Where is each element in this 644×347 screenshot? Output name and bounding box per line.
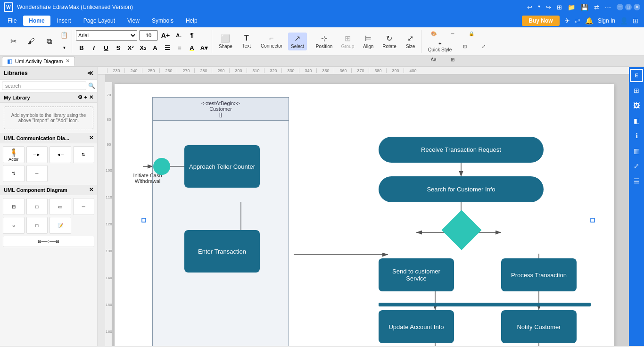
connector-tool-button[interactable]: ⌐ Connector — [258, 33, 285, 50]
lib-item-comp2[interactable]: □ — [26, 198, 48, 215]
tab-close-button[interactable]: ✕ — [66, 58, 70, 64]
lib-item-op5[interactable]: ─ — [26, 165, 48, 182]
font-grow-button[interactable]: A+ — [160, 30, 171, 41]
lib-item-comp3[interactable]: ▭ — [50, 198, 71, 215]
subscript-button[interactable]: X₂ — [137, 42, 149, 54]
size-button[interactable]: ⤢ Size — [402, 33, 419, 50]
lib-item-operation3[interactable]: ⇅ — [73, 146, 95, 163]
lib-item-comp1[interactable]: ⊟ — [3, 198, 25, 215]
close-button[interactable]: ✕ — [634, 4, 640, 10]
start-circle[interactable] — [153, 158, 170, 175]
font-shrink-button[interactable]: A- — [173, 30, 184, 41]
lib-item-operation2[interactable]: ◄─ — [50, 146, 71, 163]
new-tab-icon[interactable]: ⊞ — [557, 4, 562, 11]
bold-button[interactable]: B — [76, 42, 87, 54]
font-dropdown-button[interactable]: A▾ — [198, 42, 210, 54]
paste-button[interactable]: 📋 — [58, 30, 70, 41]
uml-comp-close-icon[interactable]: ✕ — [89, 187, 93, 193]
line-style-button[interactable]: ─ — [444, 30, 461, 38]
rp-info-button[interactable]: ℹ — [630, 129, 643, 142]
bell-icon[interactable]: 🔔 — [585, 17, 593, 25]
rp-gallery-button[interactable]: ▦ — [630, 144, 643, 157]
user-icon[interactable]: 👤 — [620, 17, 628, 25]
diagram-area[interactable]: <<testAtBegin>>Customer[] Initiate CashW… — [115, 84, 614, 346]
arrange2-button[interactable]: ⊞ — [444, 56, 461, 64]
menu-home[interactable]: Home — [23, 16, 50, 26]
titlebar-controls[interactable]: ↩ ▾ ↪ ⊞ 📁 💾 ⇄ ⋯ ─ □ ✕ — [527, 4, 640, 11]
apps-icon[interactable]: ⊞ — [633, 17, 638, 25]
my-library-close-icon[interactable]: ✕ — [89, 94, 93, 100]
tab-uml-activity[interactable]: ◧ Uml Activity Diagram ✕ — [2, 57, 75, 66]
undo-dropdown-icon[interactable]: ▾ — [538, 4, 540, 11]
shape-tool-button[interactable]: ⬜ Shape — [216, 33, 235, 50]
share-icon[interactable]: ⇄ — [575, 17, 580, 25]
lib-item-comp5[interactable]: ○ — [3, 217, 25, 234]
my-library-settings-icon[interactable]: ⚙ — [78, 94, 83, 100]
rp-grid-button[interactable]: ⊞ — [630, 84, 643, 97]
search-input[interactable] — [2, 82, 86, 90]
crop-button[interactable]: ⊡ — [456, 42, 473, 50]
rp-list-button[interactable]: ☰ — [630, 174, 643, 188]
notify-customer-node[interactable]: Notify Customer — [501, 310, 577, 343]
group-button[interactable]: ⊞ Group — [338, 33, 357, 50]
buy-now-button[interactable]: Buy Now — [522, 16, 559, 26]
search-customer-node[interactable]: Search for Customer Info — [379, 176, 544, 202]
more-icon[interactable]: ⋯ — [605, 4, 611, 11]
quick-style-button[interactable]: ✦ Quick Style — [425, 40, 455, 54]
sidebar-header-controls[interactable]: ≪ — [87, 70, 93, 76]
list-button[interactable]: ☰ — [162, 42, 173, 54]
lib-item-comp7[interactable]: 📝 — [50, 217, 71, 234]
lib-item-slider1[interactable]: ⊟──○──⊟ — [3, 236, 94, 247]
rp-expand-button[interactable]: ⤢ — [630, 159, 643, 173]
rp-layers-button[interactable]: ◧ — [630, 114, 643, 127]
send-customer-service-node[interactable]: Send to customer Service — [379, 258, 454, 291]
highlight-button[interactable]: A — [186, 42, 198, 54]
enter-transaction-node[interactable]: Enter Transaction — [184, 230, 260, 273]
font-color-button[interactable]: A — [149, 42, 161, 54]
uml-comm-section[interactable]: UML Communication Dia... ✕ — [0, 133, 97, 143]
font-size-input[interactable] — [139, 30, 158, 41]
format-button[interactable]: Aa — [425, 56, 442, 64]
lib-item-comp6[interactable]: □ — [26, 217, 48, 234]
update-account-node[interactable]: Update Account Info — [379, 310, 454, 343]
menu-page-layout[interactable]: Page Layout — [78, 16, 121, 26]
process-transaction-node[interactable]: Process Transaction — [501, 258, 577, 291]
decision-diamond[interactable] — [442, 210, 482, 250]
sign-in-link[interactable]: Sign In — [598, 17, 615, 24]
switch-icon[interactable]: ⇄ — [594, 4, 599, 11]
minimize-button[interactable]: ─ — [617, 4, 623, 10]
lock-button[interactable]: 🔒 — [463, 30, 480, 38]
copy-button[interactable]: ⧉ — [41, 36, 58, 47]
italic-button[interactable]: I — [88, 42, 99, 54]
underline-button[interactable]: U — [100, 42, 112, 54]
undo-icon[interactable]: ↩ — [527, 4, 532, 11]
menu-file[interactable]: File — [2, 16, 22, 26]
uml-comm-close-icon[interactable]: ✕ — [89, 135, 93, 141]
lib-item-op4[interactable]: ⇅ — [3, 165, 25, 182]
align-button[interactable]: ⊨ Align — [360, 33, 377, 50]
bullets-button[interactable]: ≡ — [174, 42, 185, 54]
my-library-section[interactable]: My Library ⚙ + ✕ — [0, 92, 97, 103]
approach-teller-node[interactable]: Approach Teller Counter — [184, 145, 260, 188]
format-painter-button[interactable]: 🖌 — [23, 36, 40, 47]
uml-comm-icons[interactable]: ✕ — [89, 135, 93, 141]
window-controls[interactable]: ─ □ ✕ — [617, 4, 640, 11]
uml-comp-section[interactable]: UML Component Diagram ✕ — [0, 185, 97, 195]
my-library-add-icon[interactable]: + — [84, 94, 87, 100]
save-icon[interactable]: 💾 — [581, 4, 588, 11]
rp-image-button[interactable]: 🖼 — [630, 99, 643, 112]
redo-icon[interactable]: ↪ — [546, 4, 551, 11]
my-library-icons[interactable]: ⚙ + ✕ — [78, 94, 93, 100]
receive-transaction-node[interactable]: Receive Transaction Request — [379, 137, 544, 163]
search-icon[interactable]: 🔍 — [88, 83, 95, 89]
text-tool-button[interactable]: T Text — [238, 33, 255, 50]
menu-insert[interactable]: Insert — [51, 16, 77, 26]
menu-help[interactable]: Help — [180, 16, 203, 26]
superscript-button[interactable]: X² — [125, 42, 136, 54]
strikethrough-button[interactable]: S — [113, 42, 124, 54]
menu-view[interactable]: View — [122, 16, 145, 26]
position-button[interactable]: ⊹ Position — [313, 33, 336, 50]
cut-button[interactable]: ✂ — [5, 35, 22, 47]
canvas-work[interactable]: 70 80 90 100 110 120 130 140 150 160 — [105, 74, 629, 346]
select-tool-button[interactable]: ↗ Select — [288, 33, 307, 50]
